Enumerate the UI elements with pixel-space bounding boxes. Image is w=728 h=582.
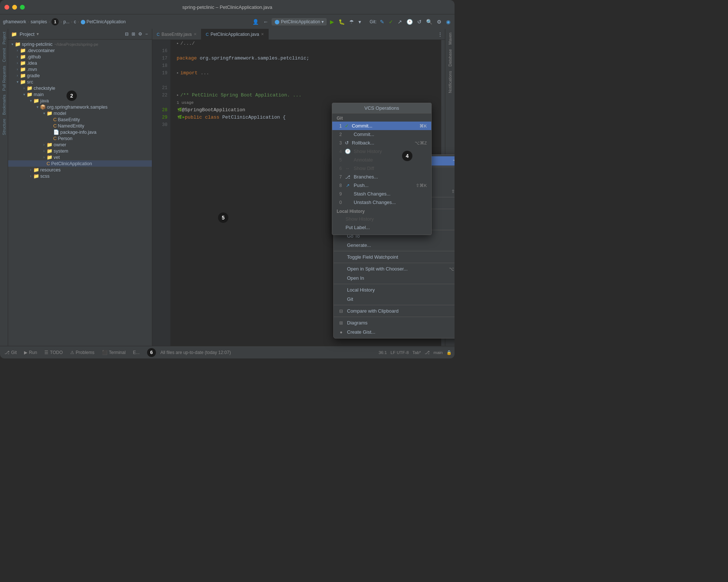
ctx-generate[interactable]: Generate... ⌘N [334,241,455,250]
git-history-btn[interactable]: 🕐 [405,18,414,26]
import-fold-btn[interactable]: ▸ [177,69,179,77]
tabs-more-btn[interactable]: ⋮ [437,31,443,38]
toolbox-btn[interactable]: ◉ [445,18,452,26]
breadcrumb-c[interactable]: c [74,19,76,24]
right-strip-maven[interactable]: Maven [448,30,452,47]
vcs-item-stash[interactable]: 9 Stash Changes... [332,190,431,198]
ctx-local-history[interactable]: Local History › [334,285,455,295]
more-run-btn[interactable]: ▾ [357,18,362,26]
tree-item-org[interactable]: ▾ 📦 org.springframework.samples [8,104,152,110]
search-btn[interactable]: 🔍 [425,18,433,26]
sidebar-bookmarks-tab[interactable]: Bookmarks [2,93,6,116]
tab-baseentity[interactable]: C BaseEntity.java ✕ [152,29,201,40]
tree-item-system[interactable]: › 📁 system [8,148,152,154]
close-button[interactable] [4,5,9,10]
system-label: system [54,149,68,154]
sidebar-structure-tab[interactable]: Structure [2,117,6,137]
vcs-item-branches[interactable]: 7 ⎇ Branches... [332,173,431,181]
ctx-toggle-watchpoint-label: Toggle Field Watchpoint [347,254,398,260]
tree-item-namedentity[interactable]: › C NamedEntity [8,123,152,129]
tree-item-scss[interactable]: › 📁 scss [8,173,152,179]
tree-item-resources[interactable]: › 📁 resources [8,167,152,173]
sidebar-pull-requests-tab[interactable]: Pull Requests [2,64,6,92]
tree-item-owner[interactable]: › 📁 owner [8,142,152,148]
vcs-item-unstash[interactable]: 0 Unstash Changes... [332,198,431,207]
tree-item-model[interactable]: ▾ 📁 model [8,110,152,116]
vcs-item-commit1[interactable]: 1 ✓ Commit... ⌘K [332,122,431,130]
bottom-tab-todo[interactable]: ☰ TODO [43,349,64,356]
tree-item-checkstyle[interactable]: › 📁 checkstyle [8,85,152,91]
ctx-toggle-watchpoint[interactable]: Toggle Field Watchpoint [334,252,455,262]
breadcrumb-samples[interactable]: samples [31,19,47,24]
ctx-git[interactable]: Git › [334,295,455,304]
tab-petclinicapp-close[interactable]: ✕ [261,32,264,36]
bottom-tab-run[interactable]: ▶ Run [23,349,38,356]
bottom-tab-problems[interactable]: ⚠ Problems [69,349,96,356]
sidebar-commit-tab[interactable]: Commit [2,47,6,64]
minimize-button[interactable] [12,5,17,10]
checkstyle-label: checkstyle [34,86,55,91]
ctx-open-split[interactable]: Open in Split with Chooser... ⌥⇧↩ [334,264,455,273]
debug-btn[interactable]: 🐛 [337,18,346,26]
project-close-btn[interactable]: − [144,30,149,38]
git-rollback-btn[interactable]: ↺ [416,18,423,26]
vcs-item-lh-label[interactable]: Put Label... [332,223,431,232]
git-check-btn[interactable]: ✓ [388,18,394,26]
project-collapse-btn[interactable]: ⊞ [130,30,136,38]
settings-btn[interactable]: ⚙ [436,18,443,26]
tree-item-root[interactable]: ▾ 📁 spring-petclinic ~/IdeaProjects/spri… [8,41,152,47]
tree-item-src[interactable]: ▾ 📁 src [8,79,152,85]
tree-item-github[interactable]: › 📁 .github [8,54,152,60]
run-config-selector[interactable]: ⬤ PetClinicApplication ▾ [272,18,327,25]
ctx-compare-clipboard[interactable]: ⊟ Compare with Clipboard [334,306,455,316]
tab-petclinicapp[interactable]: C PetClinicApplication.java ✕ [201,29,269,40]
ctx-diagrams[interactable]: ⊞ Diagrams › [334,318,455,327]
tree-item-baseentity[interactable]: › C BaseEntity [8,116,152,123]
breadcrumb-app[interactable]: ⬤ PetClinicApplication [81,19,126,24]
fold-btn[interactable]: ▸ [177,40,179,47]
code-comment: /** PetClinic Spring Boot Application. .… [180,92,302,99]
tree-item-vet[interactable]: › 📁 vet [8,154,152,160]
bottom-tab-terminal[interactable]: ⬛ Terminal [101,349,127,356]
breadcrumb-sep4: › [71,19,72,24]
bottom-tab-git[interactable]: ⎇ Git [3,349,18,356]
project-equalize-btn[interactable]: ⊟ [124,30,130,38]
tree-item-mvn[interactable]: › 📁 .mvn [8,66,152,72]
usage-hint: 1 usage [177,99,194,106]
git-push-btn[interactable]: ↗ [397,18,403,26]
tree-item-gradle[interactable]: › 📁 gradle [8,72,152,79]
tab-baseentity-close[interactable]: ✕ [194,32,197,36]
ctx-column-selection-shortcut: ⇧⌘8 [451,189,455,194]
right-strip-database[interactable]: Database [448,47,452,69]
java-icon: 📁 [33,98,39,103]
git-pencil-btn[interactable]: ✎ [379,18,385,26]
ctx-create-gist[interactable]: ● Create Gist... [334,327,455,337]
tree-item-packageinfo[interactable]: › 📄 package-info.java [8,129,152,135]
coverage-btn[interactable]: ☂ [348,18,355,26]
right-strip-notifications[interactable]: Notifications [448,69,452,95]
tree-item-petclinicapp[interactable]: › C PetClinicApplication [8,160,152,167]
breadcrumb-p[interactable]: p... [63,19,69,24]
vcs-item-commit2[interactable]: 2 Commit... [332,130,431,139]
vcs-item-rollback[interactable]: 3 ↺ Rollback... ⌥⌘Z [332,139,431,147]
tree-item-devcontainer[interactable]: › 📁 .devcontainer [8,47,152,54]
project-dropdown-arrow[interactable]: ▾ [37,31,39,37]
tree-item-person[interactable]: › C Person [8,135,152,142]
vcs-item-push[interactable]: 8 ↗ Push... ⇧⌘K [332,181,431,190]
comment-fold-btn[interactable]: ▸ [177,92,179,99]
ctx-open-in[interactable]: Open In › [334,273,455,283]
tree-item-java[interactable]: ▾ 📁 java [8,98,152,104]
tree-item-main[interactable]: ▾ 📁 main [8,91,152,98]
vcs-annotate-btn[interactable]: 👤 [251,18,260,26]
maximize-button[interactable] [20,5,25,10]
namedentity-label: NamedEntity [58,123,84,129]
sidebar-project-tab[interactable]: Project [2,30,6,46]
breadcrumb-gframework[interactable]: gframework [3,19,26,24]
ctx-gist-icon: ● [338,330,344,335]
org-icon: 📦 [40,104,46,110]
run-btn[interactable]: ▶ [329,18,335,26]
tree-item-idea[interactable]: › 📁 .idea [8,60,152,66]
bottom-tab-e[interactable]: E... [132,349,141,356]
project-settings-btn[interactable]: ⚙ [137,30,143,38]
back-btn[interactable]: ← [262,18,269,26]
